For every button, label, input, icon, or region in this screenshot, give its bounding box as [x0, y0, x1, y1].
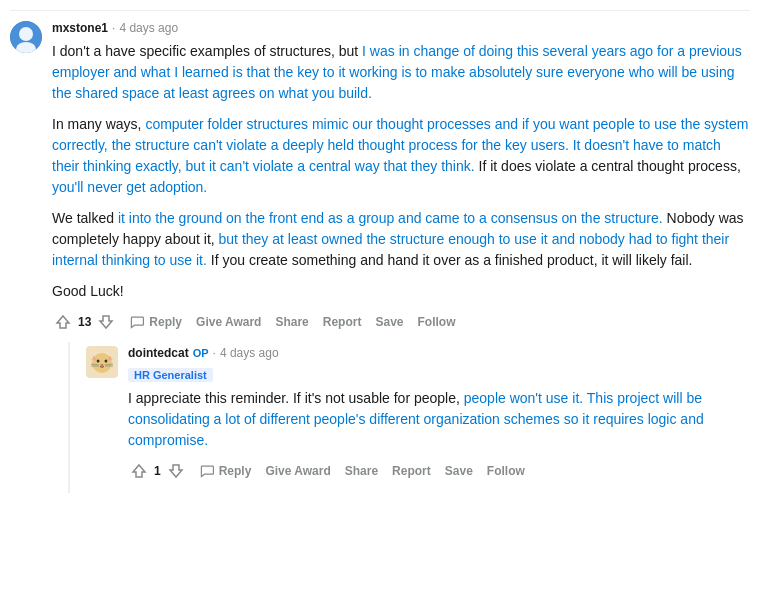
svg-point-1 — [19, 27, 33, 41]
role-tag: HR Generalist — [128, 368, 213, 382]
comment-body-area: dointedcat OP · 4 days ago HR Generalist… — [128, 346, 750, 483]
username[interactable]: dointedcat — [128, 346, 189, 360]
downvote-button[interactable] — [165, 460, 187, 482]
vote-count: 13 — [78, 315, 91, 329]
comment-text: I appreciate this reminder. If it's not … — [128, 388, 750, 451]
reply-button[interactable]: Reply — [123, 310, 188, 334]
svg-point-5 — [97, 360, 100, 363]
share-button[interactable]: Share — [339, 460, 384, 482]
comment-text: I don't a have specific examples of stru… — [52, 41, 750, 302]
give-award-button[interactable]: Give Award — [190, 311, 267, 333]
comment-mxstone1: mxstone1 · 4 days ago I don't a have spe… — [10, 10, 750, 503]
timestamp: 4 days ago — [119, 21, 178, 35]
comment-actions: 13 Reply Give Award — [52, 310, 750, 334]
separator: · — [213, 346, 216, 360]
comment-header: mxstone1 · 4 days ago — [52, 21, 750, 35]
vote-count: 1 — [154, 464, 161, 478]
comment-header: dointedcat OP · 4 days ago — [128, 346, 750, 360]
vote-section: 13 — [52, 311, 117, 333]
share-button[interactable]: Share — [269, 311, 314, 333]
save-button[interactable]: Save — [369, 311, 409, 333]
op-badge: OP — [193, 347, 209, 359]
svg-point-6 — [105, 360, 108, 363]
username[interactable]: mxstone1 — [52, 21, 108, 35]
avatar — [86, 346, 118, 378]
vote-section: 1 — [128, 460, 187, 482]
nested-comment: dointedcat OP · 4 days ago HR Generalist… — [68, 342, 750, 493]
downvote-button[interactable] — [95, 311, 117, 333]
svg-point-11 — [101, 364, 104, 366]
comment-body-area: mxstone1 · 4 days ago I don't a have spe… — [52, 21, 750, 493]
follow-button[interactable]: Follow — [411, 311, 461, 333]
comment-dointedcat: dointedcat OP · 4 days ago HR Generalist… — [86, 342, 750, 493]
upvote-button[interactable] — [52, 311, 74, 333]
report-button[interactable]: Report — [386, 460, 437, 482]
follow-button[interactable]: Follow — [481, 460, 531, 482]
comment-thread: mxstone1 · 4 days ago I don't a have spe… — [0, 10, 760, 503]
reply-button[interactable]: Reply — [193, 459, 258, 483]
svg-point-4 — [92, 353, 112, 373]
comment-actions: 1 Reply — [128, 459, 750, 483]
timestamp: 4 days ago — [220, 346, 279, 360]
avatar — [10, 21, 42, 53]
upvote-button[interactable] — [128, 460, 150, 482]
report-button[interactable]: Report — [317, 311, 368, 333]
give-award-button[interactable]: Give Award — [259, 460, 336, 482]
save-button[interactable]: Save — [439, 460, 479, 482]
separator: · — [112, 21, 115, 35]
